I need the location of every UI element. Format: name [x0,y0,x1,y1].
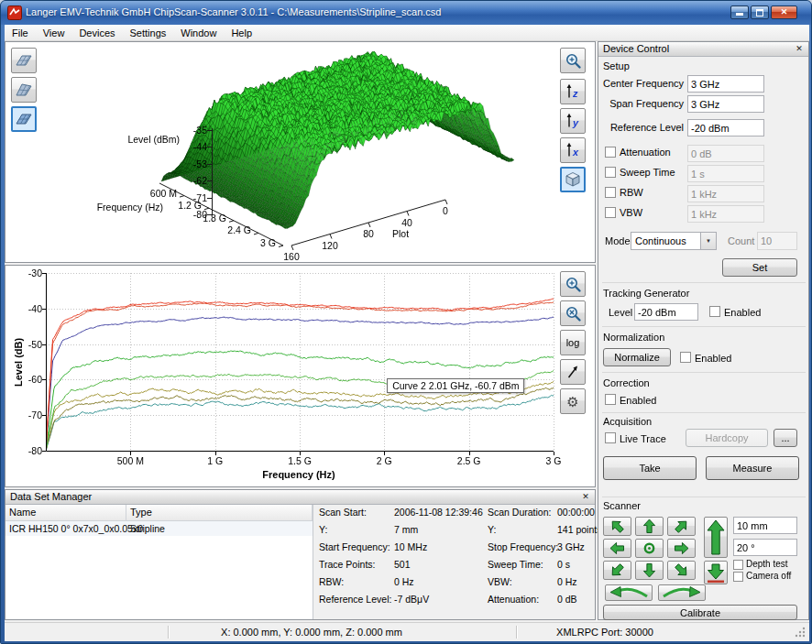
mode-select[interactable]: Continuous ▼ [631,232,717,250]
vbw-checkbox[interactable] [605,207,616,218]
home-button[interactable] [635,539,664,558]
move-down-left-button[interactable] [603,561,631,580]
measure-button[interactable]: Measure [706,456,799,480]
view-top-button[interactable] [11,48,37,73]
log-scale-button[interactable]: log [560,330,586,355]
column-header-type[interactable]: Type [126,505,313,521]
take-button[interactable]: Take [603,456,697,480]
menu-devices[interactable]: Devices [71,25,122,40]
info-value: 3 GHz [557,541,585,552]
rotate-left-button[interactable] [605,584,653,601]
move-down-left-icon [604,561,631,580]
zoom-reset-button[interactable] [560,300,586,326]
menu-file[interactable]: File [5,25,36,40]
close-button[interactable]: ✕ [771,5,797,19]
menu-settings[interactable]: Settings [123,25,174,40]
3d-surface-plot[interactable] [5,42,595,262]
move-down-right-button[interactable] [667,561,696,580]
view-surface-button[interactable] [11,106,37,132]
move-right-button[interactable] [667,539,696,558]
table-row[interactable]: ICR HH150 0° 0x7x0_0x0.05x0 Stripline [5,521,313,536]
menu-window[interactable]: Window [173,25,224,40]
cube-icon [564,170,582,189]
move-z-down-button[interactable] [704,561,728,584]
plot2d-freq-tick: 1.5 G [280,455,320,466]
more-button[interactable]: ... [774,429,797,447]
move-up-left-button[interactable] [603,517,631,536]
step-angle-input[interactable] [733,539,797,556]
2d-curves-plot[interactable] [5,266,595,486]
tg-enabled-checkbox[interactable] [709,306,720,317]
info-value: 2006-11-08 12:39:46 [394,507,483,518]
plot2d-freq-axis-label: Frequency (Hz) [225,469,372,480]
move-left-icon [604,539,631,558]
set-button[interactable]: Set [722,258,797,277]
settings-button[interactable]: ⚙ [560,388,586,414]
maximize-button[interactable] [751,5,769,19]
depth-test-checkbox[interactable] [733,560,743,570]
rotate-right-button[interactable] [658,584,706,601]
menu-view[interactable]: View [36,25,72,40]
span-frequency-input[interactable] [687,95,764,113]
info-value: 10 MHz [394,541,427,552]
info-label: Y: [488,524,496,535]
info-value: 141 points [557,524,601,535]
window-frame-left [1,25,5,644]
info-label: VBW: [488,576,512,587]
minimize-button[interactable] [730,5,749,19]
column-header-name[interactable]: Name [5,505,126,521]
resize-grip[interactable] [795,627,807,639]
move-up-right-icon [668,517,695,536]
reference-level-input[interactable] [687,119,764,136]
move-z-up-button[interactable] [704,517,728,558]
center-frequency-input[interactable] [687,75,764,93]
dataset-table: Name Type ICR HH150 0° 0x7x0_0x0.05x0 St… [5,505,313,619]
status-xmlrpc: XMLRPC Port: 30000 [522,627,687,638]
view-tilt-button[interactable] [11,77,37,103]
marker-button[interactable] [560,359,586,385]
axis-z-button[interactable]: z [560,79,586,104]
plot3d-plot-tick: 80 [356,228,381,239]
log-label: log [566,337,580,348]
axis-y-button[interactable]: y [560,108,586,134]
correction-enabled-checkbox[interactable] [605,394,616,405]
attenuation-checkbox[interactable] [605,147,616,158]
view-cube-button[interactable] [560,167,586,192]
attenuation-label: Attenuation [620,147,671,158]
menu-help[interactable]: Help [224,25,259,40]
sweep-time-checkbox[interactable] [605,167,616,178]
step-distance-input[interactable] [733,517,797,534]
rotate-right-icon [660,585,704,600]
move-up-right-button[interactable] [667,517,696,536]
plot3d-plot-tick: 120 [317,240,343,251]
titlebar[interactable]: Langer EMV-Technik GmbH ChipScan-Scanner… [1,1,811,25]
scanner-pad [603,517,696,580]
info-label: Y: [319,524,327,535]
move-up-button[interactable] [635,517,664,536]
info-label: Trace Points: [319,559,375,570]
reference-level-label: Reference Level [599,122,684,133]
separator [602,326,806,327]
correction-heading: Correction [603,377,650,388]
sweep-time-label: Sweep Time [620,167,675,178]
zoom-button-3d[interactable] [560,48,586,73]
calibrate-button[interactable]: Calibrate [603,605,797,620]
normalize-button[interactable]: Normalize [603,348,671,366]
close-icon[interactable]: ✕ [793,43,806,55]
move-right-icon [668,539,695,558]
menu-bar: File View Devices Settings Window Help [5,25,809,41]
tg-level-input[interactable] [634,303,698,321]
live-trace-checkbox[interactable] [605,432,616,443]
move-left-button[interactable] [603,539,631,558]
plot2d-freq-tick: 1 G [195,455,236,466]
normalization-enabled-checkbox[interactable] [680,352,691,363]
zoom-in-button[interactable] [560,271,586,297]
axis-x-button[interactable]: x [560,137,586,163]
camera-off-label: Camera off [746,571,791,581]
plot3d-plot-axis-label: Plot [392,228,409,239]
rbw-checkbox[interactable] [605,187,616,198]
close-icon[interactable]: ✕ [579,491,592,503]
device-control-panel: Device Control ✕ Setup Center Frequency … [598,41,809,620]
move-down-button[interactable] [635,561,664,580]
camera-off-checkbox[interactable] [733,572,743,582]
